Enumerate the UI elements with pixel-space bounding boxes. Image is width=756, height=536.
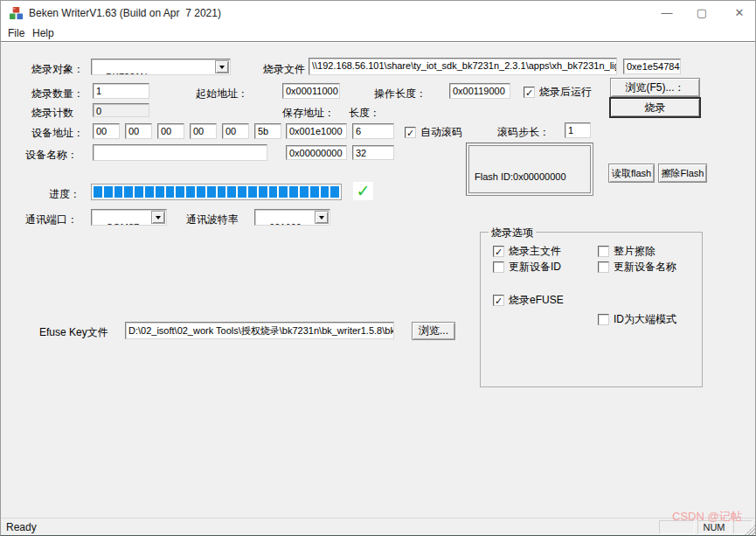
chevron-down-icon[interactable] — [151, 211, 165, 224]
checkbox-label: 更新设备ID — [509, 260, 561, 275]
browse-f5-button[interactable]: 浏览(F5)...： — [610, 78, 700, 97]
device-address-byte-2[interactable]: 00 — [157, 123, 184, 139]
minimize-icon: — — [662, 6, 673, 19]
roll-step-input[interactable]: 1 — [565, 122, 591, 138]
label-burn-target: 烧录对象： — [31, 62, 84, 77]
checkbox-burn-main-file[interactable]: ✓ 烧录主文件 — [493, 244, 561, 259]
label-baud-rate: 通讯波特率 — [186, 212, 239, 227]
checkbox-auto-roll[interactable]: ✓ 自动滚码 — [405, 125, 462, 140]
status-bar: Ready NUM — [1, 518, 756, 536]
chevron-down-icon[interactable] — [215, 60, 229, 73]
label-burn-file: 烧录文件： — [263, 62, 316, 77]
erase-flash-button[interactable]: 擦除Flash — [658, 164, 707, 183]
checkbox-update-device-name[interactable]: 更新设备名称 — [598, 260, 676, 275]
label-device-address: 设备地址： — [31, 126, 84, 141]
browse-efuse-button[interactable]: 浏览... — [412, 322, 455, 340]
burn-options-group: 烧录选项 ✓ 烧录主文件 整片擦除 更新设备ID 更新设备名称 ✓ 烧录eFUS… — [480, 232, 703, 387]
title-bar: Beken WriterV1.63 (Build on Apr 7 2021) … — [1, 1, 755, 25]
minimize-button[interactable]: — — [652, 1, 682, 24]
burn-qty-input[interactable]: 1 — [93, 83, 149, 99]
checkbox-mark: ✓ — [405, 127, 416, 138]
device-address-byte-1[interactable]: 00 — [125, 123, 152, 139]
label-burn-count: 烧录计数 — [31, 106, 73, 121]
flash-info-panel: Flash ID:0x00000000 耗时： 20.473s 烧录速度:921… — [466, 143, 593, 196]
checkbox-label: ID为大端模式 — [614, 312, 676, 327]
label-progress: 进度： — [49, 187, 80, 202]
checkbox-burn-efuse[interactable]: ✓ 烧录eFUSE — [493, 293, 564, 308]
flash-info-text: Flash ID:0x00000000 耗时： 20.473s 烧录速度:921… — [468, 145, 591, 193]
label-op-length: 操作长度： — [374, 87, 427, 101]
progress-bar — [91, 184, 342, 200]
label-save-address: 保存地址： — [282, 106, 335, 121]
app-icon — [10, 7, 23, 20]
burn-file-path-input[interactable]: \\192.168.56.101\share\ty_iot_sdk_bk7231… — [309, 58, 617, 75]
checkbox-label: 整片擦除 — [614, 244, 655, 259]
checkbox-run-after-burn[interactable]: ✓ 烧录后运行 — [524, 85, 592, 100]
save-address2-input[interactable]: 0x00000000 — [286, 145, 347, 160]
checkbox-mark: ✓ — [493, 295, 504, 306]
burn-button[interactable]: 烧录 — [610, 98, 700, 117]
length1-input[interactable]: 6 — [352, 123, 394, 139]
op-length-input[interactable]: 0x00119000 — [449, 83, 510, 99]
device-address-byte-4[interactable]: 00 — [222, 123, 249, 139]
checkbox-full-erase[interactable]: 整片擦除 — [598, 244, 655, 259]
checkbox-label: 烧录eFUSE — [509, 293, 564, 308]
resize-grip-icon[interactable] — [745, 524, 756, 535]
success-check-icon: ✓ — [353, 182, 373, 200]
app-window: Beken WriterV1.63 (Build on Apr 7 2021) … — [0, 0, 756, 536]
close-icon: ✕ — [735, 6, 745, 19]
close-button[interactable]: ✕ — [725, 1, 754, 24]
window-title: Beken WriterV1.63 (Build on Apr 7 2021) — [29, 7, 221, 19]
checkbox-label: 更新设备名称 — [614, 260, 676, 275]
label-device-name: 设备名称： — [25, 148, 78, 163]
save-address1-input[interactable]: 0x001e1000 — [286, 123, 347, 139]
file-crc-input[interactable]: 0xe1e54784 — [623, 59, 681, 74]
label-efuse-key-file: Efuse Key文件 — [39, 325, 108, 340]
device-name-input[interactable] — [93, 144, 267, 161]
start-address-input[interactable]: 0x00011000 — [282, 83, 340, 99]
burn-target-value: BK7231N — [106, 72, 147, 75]
length2-input[interactable]: 32 — [352, 145, 394, 160]
baud-rate-value: 921600 — [269, 222, 302, 226]
com-port-value: COM37 — [106, 222, 139, 226]
label-start-address: 起始地址： — [196, 87, 248, 101]
checkbox-label: 烧录后运行 — [539, 85, 592, 100]
device-address-byte-5[interactable]: 5b — [254, 123, 281, 139]
maximize-icon: ▢ — [697, 6, 707, 19]
read-flash-button[interactable]: 读取flash — [608, 164, 655, 183]
device-address-byte-0[interactable]: 00 — [93, 123, 120, 139]
checkbox-label: 烧录主文件 — [509, 244, 561, 259]
baud-rate-select[interactable]: 921600 — [254, 209, 330, 226]
checkbox-mark: ✓ — [524, 87, 535, 98]
menu-file[interactable]: File — [4, 27, 28, 39]
chevron-down-icon[interactable] — [315, 211, 329, 224]
maximize-button[interactable]: ▢ — [687, 1, 717, 24]
checkbox-mark — [598, 246, 609, 257]
label-length: 长度： — [349, 106, 380, 121]
checkbox-mark — [598, 314, 609, 325]
label-burn-qty: 烧录数量： — [31, 87, 84, 101]
checkbox-mark — [493, 261, 504, 273]
checkbox-update-device-id[interactable]: 更新设备ID — [493, 260, 561, 275]
checkbox-label: 自动滚码 — [420, 125, 462, 140]
device-address-byte-3[interactable]: 00 — [190, 123, 217, 139]
com-port-select[interactable]: COM37 — [91, 209, 167, 226]
checkbox-mark: ✓ — [493, 246, 504, 257]
checkbox-mark — [598, 261, 609, 273]
menu-help[interactable]: Help — [29, 27, 58, 39]
watermark-text: CSDN @记帖 — [672, 509, 742, 525]
menu-bar: File Help — [1, 25, 755, 41]
burn-target-select[interactable]: BK7231N — [91, 59, 231, 75]
status-ready-text: Ready — [6, 521, 37, 533]
burn-options-title: 烧录选项 — [489, 226, 536, 240]
burn-count-field: 0 — [93, 103, 149, 117]
efuse-key-path-input[interactable]: D:\02_isoft\02_work Tools\授权烧录\bk7231n\b… — [125, 322, 394, 339]
flash-id-line: Flash ID:0x00000000 — [475, 171, 585, 183]
checkbox-id-big-endian[interactable]: ID为大端模式 — [598, 312, 676, 327]
label-com-port: 通讯端口： — [25, 212, 78, 227]
label-roll-step: 滚码步长： — [497, 125, 550, 140]
